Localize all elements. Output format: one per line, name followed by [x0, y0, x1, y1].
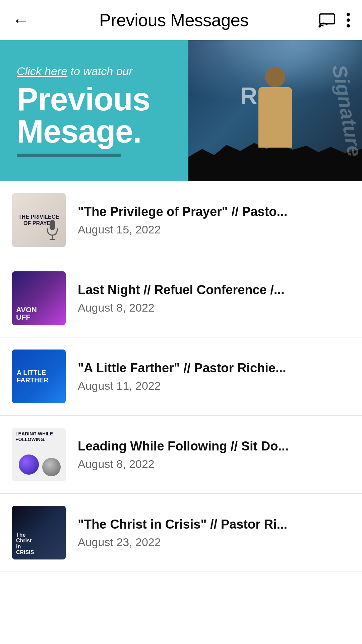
back-button[interactable]: ←: [12, 10, 29, 30]
cast-icon[interactable]: [318, 13, 336, 28]
svg-point-1: [318, 25, 321, 28]
more-button[interactable]: [347, 13, 350, 28]
message-date: August 11, 2022: [78, 379, 350, 392]
message-info-3: "A Little Farther" // Pastor Richie... A…: [78, 360, 350, 393]
banner[interactable]: Click here to watch our Previous Mesage.…: [0, 40, 362, 181]
message-info-5: "The Christ in Crisis" // Pastor Ri... A…: [78, 517, 350, 549]
banner-title: Previous Mesage.: [17, 83, 172, 148]
list-item[interactable]: LEADING WHILEFOLLOWING. Leading While Fo…: [0, 416, 362, 494]
list-item[interactable]: A LITTLEFARTHER "A Little Farther" // Pa…: [0, 337, 362, 416]
message-date: August 8, 2022: [78, 458, 350, 471]
svg-rect-0: [320, 14, 335, 24]
message-date: August 8, 2022: [78, 301, 350, 314]
message-title: Last Night // Refuel Conference /...: [78, 282, 350, 298]
message-list: THE PRIVILEGEOF PRAYER "The Privilege of…: [0, 181, 362, 572]
message-info-4: Leading While Following // Sit Do... Aug…: [78, 438, 350, 471]
thumbnail-5: TheChristinCRISIS: [12, 506, 66, 559]
message-info-2: Last Night // Refuel Conference /... Aug…: [78, 282, 350, 315]
message-info-1: "The Privilege of Prayer" // Pasto... Au…: [78, 204, 350, 236]
message-title: Leading While Following // Sit Do...: [78, 438, 350, 454]
list-item[interactable]: TheChristinCRISIS "The Christ in Crisis"…: [0, 494, 362, 572]
top-bar-left: ←: [12, 10, 29, 30]
thumbnail-4: LEADING WHILEFOLLOWING.: [12, 428, 66, 481]
banner-click-text: Click here to watch our: [17, 65, 172, 78]
message-title: "A Little Farther" // Pastor Richie...: [78, 360, 350, 376]
list-item[interactable]: AVONUFF Last Night // Refuel Conference …: [0, 259, 362, 337]
banner-right: R Signature: [188, 40, 362, 181]
thumbnail-3: A LITTLEFARTHER: [12, 350, 66, 403]
top-bar: ← Previous Messages: [0, 0, 362, 40]
top-bar-right: [318, 13, 350, 28]
message-date: August 23, 2022: [78, 536, 350, 549]
list-item[interactable]: THE PRIVILEGEOF PRAYER "The Privilege of…: [0, 181, 362, 259]
banner-underline: [17, 154, 121, 157]
page-title: Previous Messages: [99, 10, 248, 30]
mic-icon: [46, 220, 59, 240]
message-title: "The Privilege of Prayer" // Pasto...: [78, 204, 350, 220]
banner-left: Click here to watch our Previous Mesage.: [0, 40, 188, 181]
message-date: August 15, 2022: [78, 223, 350, 236]
svg-rect-2: [50, 220, 55, 230]
thumbnail-2: AVONUFF: [12, 271, 66, 325]
thumbnail-1: THE PRIVILEGEOF PRAYER: [12, 193, 66, 247]
message-title: "The Christ in Crisis" // Pastor Ri...: [78, 517, 350, 533]
banner-r-letter: R: [240, 83, 257, 109]
